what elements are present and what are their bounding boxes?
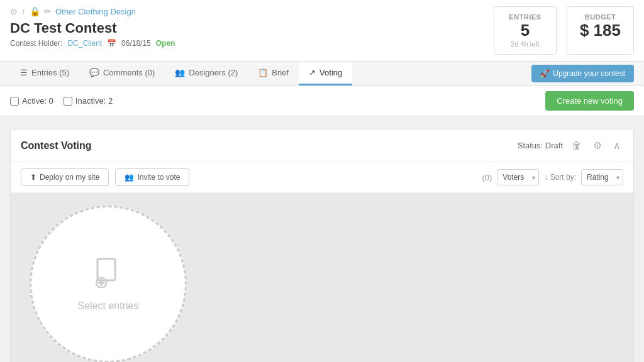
contest-status: Open xyxy=(156,39,175,48)
entries-value: 5 xyxy=(507,21,543,40)
status-draft: Status: Draft xyxy=(518,141,563,150)
invite-label: Invite to vote xyxy=(137,173,180,182)
entries-sub: 2d 4h left xyxy=(507,40,543,48)
contest-title: DC Test Contest xyxy=(10,20,494,36)
inactive-filter[interactable]: Inactive: 2 xyxy=(64,96,113,106)
breadcrumb-icons: ⊙ ↑ 🔒 ✏ xyxy=(10,6,52,16)
trash-button[interactable]: 🗑 xyxy=(569,139,584,153)
tab-designers[interactable]: 👥 Designers (2) xyxy=(165,62,248,85)
voter-count: (0) xyxy=(482,173,492,182)
voting-toolbar: ⬆ Deploy on my site 👥 Invite to vote (0)… xyxy=(11,162,633,193)
breadcrumb-link[interactable]: Other Clothing Design xyxy=(55,7,136,16)
lock-icon[interactable]: 🔒 xyxy=(30,6,40,16)
voting-toolbar-right: (0) Voters All ↓ Sort by: Rating Date Na… xyxy=(482,169,623,185)
inactive-checkbox[interactable] xyxy=(64,97,72,106)
voting-card-actions: Status: Draft 🗑 ⚙ ∧ xyxy=(518,138,623,153)
active-filter[interactable]: Active: 0 xyxy=(10,96,53,106)
voting-card-title: Contest Voting xyxy=(21,140,92,151)
filter-bar: Active: 0 Inactive: 2 Create new voting xyxy=(0,86,644,116)
voting-toolbar-left: ⬆ Deploy on my site 👥 Invite to vote xyxy=(21,168,189,186)
holder-link[interactable]: DC_Client xyxy=(67,39,102,48)
tab-voting[interactable]: ↗ Voting xyxy=(299,62,352,85)
collapse-button[interactable]: ∧ xyxy=(611,138,623,153)
settings-button[interactable]: ⚙ xyxy=(591,138,604,153)
contest-meta: Contest Holder: DC_Client 📅 06/18/15 Ope… xyxy=(10,39,494,48)
designers-tab-label: Designers (2) xyxy=(189,68,238,77)
budget-stat: BUDGET $ 185 xyxy=(567,6,634,55)
voting-tab-label: Voting xyxy=(319,68,342,77)
comments-tab-label: Comments (0) xyxy=(103,68,155,77)
entries-tab-icon: ☰ xyxy=(20,68,28,77)
entries-label: ENTRIES xyxy=(507,13,543,21)
tabs-bar: ☰ Entries (5) 💬 Comments (0) 👥 Designers… xyxy=(0,62,644,86)
invite-button[interactable]: 👥 Invite to vote xyxy=(115,168,189,186)
entries-tab-label: Entries (5) xyxy=(31,68,69,77)
comments-tab-icon: 💬 xyxy=(89,68,99,77)
brief-tab-label: Brief xyxy=(272,68,289,77)
header-stats: ENTRIES 5 2d 4h left BUDGET $ 185 xyxy=(494,6,634,55)
active-label: Active: 0 xyxy=(22,96,53,106)
tabs-list: ☰ Entries (5) 💬 Comments (0) 👥 Designers… xyxy=(10,62,352,85)
voters-select-wrapper: Voters All xyxy=(497,169,539,185)
top-header: ⊙ ↑ 🔒 ✏ Other Clothing Design DC Test Co… xyxy=(0,0,644,62)
active-checkbox[interactable] xyxy=(10,97,19,106)
tab-entries[interactable]: ☰ Entries (5) xyxy=(10,62,79,85)
budget-label: BUDGET xyxy=(580,13,621,21)
voting-tab-icon: ↗ xyxy=(309,68,316,77)
filter-left: Active: 0 Inactive: 2 xyxy=(10,96,113,106)
voting-card-header: Contest Voting Status: Draft 🗑 ⚙ ∧ xyxy=(11,129,633,162)
tab-comments[interactable]: 💬 Comments (0) xyxy=(79,62,165,85)
deploy-button[interactable]: ⬆ Deploy on my site xyxy=(21,168,109,186)
holder-label: Contest Holder: xyxy=(10,39,62,48)
invite-icon: 👥 xyxy=(125,173,134,182)
sort-label: ↓ Sort by: xyxy=(544,173,576,182)
rocket-icon: 🚀 xyxy=(540,69,550,78)
contest-date: 06/18/15 xyxy=(121,39,151,48)
select-entries-text: Select entries xyxy=(78,300,139,312)
deploy-label: Deploy on my site xyxy=(40,173,99,182)
content-area: Contest Voting Status: Draft 🗑 ⚙ ∧ ⬆ Dep… xyxy=(0,116,644,362)
upgrade-label: Upgrade your contest xyxy=(553,69,625,78)
upgrade-button[interactable]: 🚀 Upgrade your contest xyxy=(531,65,634,82)
upload-icon: ⬆ xyxy=(30,173,36,182)
voters-select[interactable]: Voters All xyxy=(497,169,539,185)
calendar-icon: 📅 xyxy=(107,39,116,48)
tab-brief[interactable]: 📋 Brief xyxy=(248,62,299,85)
arrow-icon[interactable]: ↑ xyxy=(21,6,26,16)
create-voting-button[interactable]: Create new voting xyxy=(545,91,634,111)
edit-icon[interactable]: ✏ xyxy=(44,6,52,16)
add-file-icon xyxy=(92,256,124,294)
sort-select[interactable]: Rating Date Name xyxy=(581,169,623,185)
voting-content: Select entries xyxy=(11,193,633,362)
inactive-label: Inactive: 2 xyxy=(75,96,113,106)
breadcrumb: ⊙ ↑ 🔒 ✏ Other Clothing Design xyxy=(10,6,494,16)
select-entries-circle[interactable]: Select entries xyxy=(30,206,187,362)
share-icon[interactable]: ⊙ xyxy=(10,6,18,16)
budget-value: $ 185 xyxy=(580,21,621,40)
brief-tab-icon: 📋 xyxy=(258,68,268,77)
voting-card: Contest Voting Status: Draft 🗑 ⚙ ∧ ⬆ Dep… xyxy=(10,129,634,362)
sort-select-wrapper: Rating Date Name xyxy=(581,169,623,185)
designers-tab-icon: 👥 xyxy=(175,68,185,77)
entries-stat: ENTRIES 5 2d 4h left xyxy=(494,6,557,55)
svg-rect-0 xyxy=(97,259,115,280)
